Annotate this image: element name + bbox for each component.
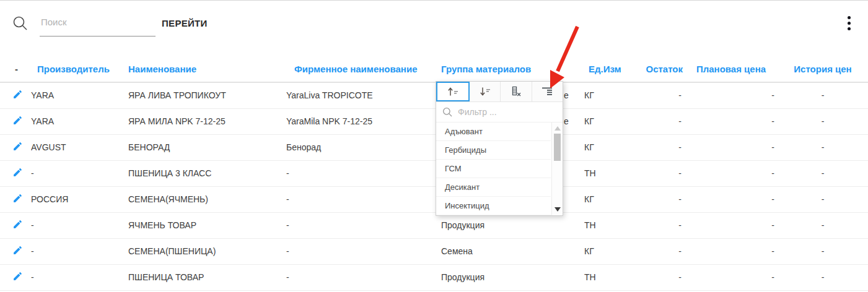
cell-unit: ТН xyxy=(584,264,638,290)
table-row: YARA ЯРА МИЛА NPK 7-12-25 YaraMila NPK 7… xyxy=(0,108,868,134)
header-price[interactable]: Плановая цена xyxy=(685,56,778,82)
cell-producer: - xyxy=(31,160,128,186)
cell-history: - xyxy=(778,134,868,160)
filter-search-row xyxy=(436,102,563,122)
clear-filter-icon xyxy=(510,86,522,97)
edit-pencil-icon[interactable] xyxy=(12,141,23,152)
header-producer[interactable]: Производитель xyxy=(31,56,128,82)
cell-producer: - xyxy=(31,264,128,290)
cell-brand: YaraLiva TROPICOTE xyxy=(286,82,437,108)
filter-option-list: АдъювантГербицидыГСМДесикантИнсектицид xyxy=(436,122,563,215)
filter-option[interactable]: ГСМ xyxy=(436,160,551,178)
kebab-menu-icon[interactable] xyxy=(846,16,851,33)
filter-option[interactable]: Гербициды xyxy=(436,141,551,160)
menu-lines-icon xyxy=(541,87,553,96)
cell-producer: - xyxy=(31,238,128,264)
filter-option[interactable]: Десикант xyxy=(436,178,551,197)
cell-stock: - xyxy=(638,264,685,290)
edit-pencil-icon[interactable] xyxy=(12,115,23,126)
table-header-row: - Производитель Наименование Фирменное н… xyxy=(0,56,868,82)
cell-history: - xyxy=(778,212,868,238)
scrollbar-thumb[interactable] xyxy=(554,134,561,161)
cell-producer: YARA xyxy=(31,108,128,134)
filter-option[interactable]: Инсектицид xyxy=(436,197,551,215)
cell-brand: - xyxy=(286,264,437,290)
header-stock[interactable]: Остаток xyxy=(638,56,685,82)
cell-producer: YARA xyxy=(31,82,128,108)
filter-popup-toolbar xyxy=(436,82,563,102)
vertical-scrollbar[interactable] xyxy=(551,122,563,215)
cell-price: - xyxy=(685,238,778,264)
menu-lines-button[interactable] xyxy=(532,82,563,101)
edit-pencil-icon[interactable] xyxy=(12,271,23,281)
cell-producer: РОССИЯ xyxy=(31,186,128,212)
cell-price: - xyxy=(685,212,778,238)
search-input[interactable] xyxy=(40,14,156,36)
cell-unit: ТН xyxy=(584,212,638,238)
filter-option[interactable]: Адъювант xyxy=(436,122,551,141)
cell-unit: КГ xyxy=(584,238,638,264)
cell-price: - xyxy=(685,186,778,212)
sort-descending-icon xyxy=(479,87,491,97)
cell-price: - xyxy=(685,82,778,108)
edit-pencil-icon[interactable] xyxy=(12,89,23,100)
cell-brand: - xyxy=(286,160,437,186)
cell-producer: AVGUST xyxy=(31,134,128,160)
cell-history: - xyxy=(778,108,868,134)
cell-history: - xyxy=(778,186,868,212)
table-row: - СЕМЕНА(ПШЕНИЦА) - Семена КГ - - - xyxy=(0,238,868,264)
cell-brand: - xyxy=(286,238,437,264)
cell-name: ЯРА ЛИВА ТРОПИКОУТ xyxy=(128,82,286,108)
table-row: РОССИЯ СЕМЕНА(ЯЧМЕНЬ) - КГ - - - xyxy=(0,186,868,212)
scroll-up-icon[interactable] xyxy=(555,126,561,131)
toolbar: ПЕРЕЙТИ xyxy=(0,1,868,56)
cell-stock: - xyxy=(638,186,685,212)
cell-history: - xyxy=(778,160,868,186)
edit-pencil-icon[interactable] xyxy=(12,219,23,230)
edit-pencil-icon[interactable] xyxy=(12,167,23,178)
cell-unit: КГ xyxy=(584,186,638,212)
group-column-filter-popup: АдъювантГербицидыГСМДесикантИнсектицид xyxy=(436,81,563,216)
cell-history: - xyxy=(778,82,868,108)
materials-table: - Производитель Наименование Фирменное н… xyxy=(0,56,868,291)
filter-input[interactable] xyxy=(458,107,551,117)
cell-group: Семена xyxy=(437,238,584,264)
header-name[interactable]: Наименование xyxy=(128,56,286,82)
cell-unit: КГ xyxy=(584,82,638,108)
cell-name: ЯРА МИЛА NPK 7-12-25 xyxy=(128,108,286,134)
cell-brand: - xyxy=(286,186,437,212)
header-group[interactable]: Группа материалов xyxy=(437,56,584,82)
cell-name: ЯЧМЕНЬ ТОВАР xyxy=(128,212,286,238)
edit-pencil-icon[interactable] xyxy=(12,245,23,256)
go-button[interactable]: ПЕРЕЙТИ xyxy=(162,18,208,28)
table-row: - ЯЧМЕНЬ ТОВАР - Продукция ТН - - - xyxy=(0,212,868,238)
sort-ascending-icon xyxy=(447,87,458,97)
cell-name: ПШЕНИЦА ТОВАР xyxy=(128,264,286,290)
cell-stock: - xyxy=(638,238,685,264)
cell-stock: - xyxy=(638,82,685,108)
cell-brand: YaraMila NPK 7-12-25 xyxy=(286,108,437,134)
filter-search-icon xyxy=(442,107,453,118)
cell-group: Продукция xyxy=(437,212,584,238)
cell-history: - xyxy=(778,238,868,264)
cell-stock: - xyxy=(638,212,685,238)
cell-brand: - xyxy=(286,212,437,238)
table-row: - ПШЕНИЦА ТОВАР - Продукция ТН - - - xyxy=(0,264,868,290)
edit-pencil-icon[interactable] xyxy=(12,193,23,204)
sort-descending-button[interactable] xyxy=(470,82,501,101)
search-icon xyxy=(12,15,28,34)
cell-unit: КГ xyxy=(584,108,638,134)
clear-filter-button[interactable] xyxy=(501,82,532,101)
sort-ascending-button[interactable] xyxy=(436,82,470,101)
scroll-down-icon[interactable] xyxy=(555,207,561,212)
cell-group: Продукция xyxy=(437,264,584,290)
header-history[interactable]: История цен xyxy=(778,56,868,82)
cell-unit: КГ xyxy=(584,134,638,160)
table-row: AVGUST БЕНОРАД Бенорад КГ - - - xyxy=(0,134,868,160)
cell-price: - xyxy=(685,160,778,186)
header-unit[interactable]: Ед.Изм xyxy=(584,56,638,82)
cell-price: - xyxy=(685,108,778,134)
cell-name: СЕМЕНА(ЯЧМЕНЬ) xyxy=(128,186,286,212)
cell-name: ПШЕНИЦА 3 КЛАСС xyxy=(128,160,286,186)
header-brand[interactable]: Фирменное наименование xyxy=(286,56,437,82)
